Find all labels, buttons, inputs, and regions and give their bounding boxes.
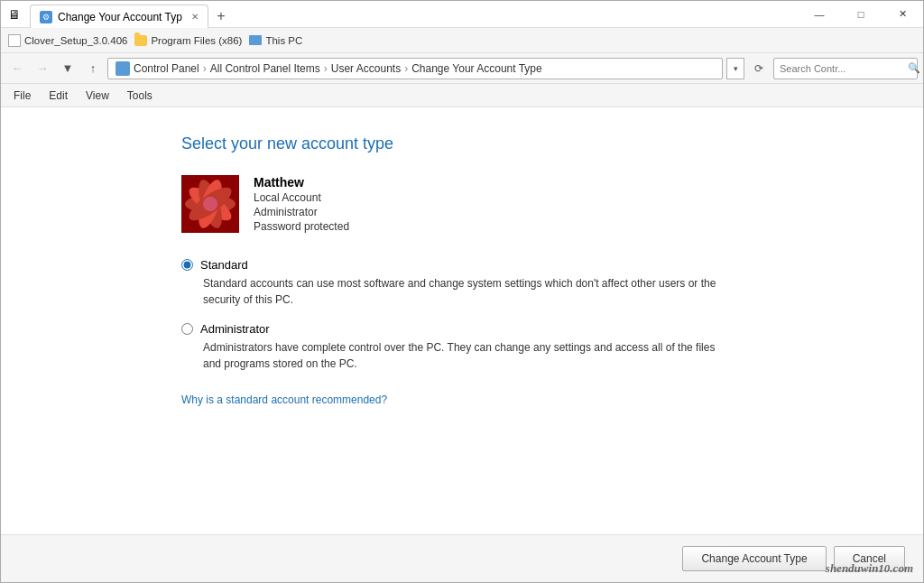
main-window: 🖥 ⚙ Change Your Account Typ ✕ + — □ ✕ Cl… bbox=[0, 0, 924, 583]
path-change-account-type[interactable]: Change Your Account Type bbox=[411, 62, 542, 75]
back-button[interactable]: ← bbox=[6, 58, 28, 79]
forward-button[interactable]: → bbox=[32, 58, 53, 79]
avatar-svg bbox=[181, 175, 239, 233]
address-bar: ← → ▼ ↑ Control Panel › All Control Pane… bbox=[1, 53, 923, 84]
user-details: Matthew Local Account Administrator Pass… bbox=[254, 175, 349, 233]
file-icon bbox=[8, 34, 21, 47]
tab-icon: ⚙ bbox=[40, 11, 52, 23]
fav-item-clover[interactable]: Clover_Setup_3.0.406 bbox=[8, 34, 127, 47]
standard-radio[interactable] bbox=[181, 259, 193, 271]
path-icon bbox=[116, 61, 130, 76]
svg-point-6 bbox=[203, 197, 217, 211]
user-avatar bbox=[181, 175, 239, 233]
content-wrapper: Select your new account type bbox=[1, 107, 923, 582]
tab-close-button[interactable]: ✕ bbox=[191, 12, 199, 22]
close-button[interactable]: ✕ bbox=[882, 1, 923, 28]
administrator-label-text: Administrator bbox=[200, 322, 270, 336]
minimize-button[interactable]: — bbox=[799, 1, 840, 28]
fav-label-clover: Clover_Setup_3.0.406 bbox=[24, 35, 127, 46]
content-area: Select your new account type bbox=[1, 107, 923, 534]
new-tab-button[interactable]: + bbox=[208, 5, 234, 27]
action-bar: Change Account Type Cancel bbox=[1, 534, 923, 582]
fav-item-thispc[interactable]: This PC bbox=[249, 35, 302, 46]
standard-option: Standard Standard accounts can use most … bbox=[181, 258, 887, 308]
recent-button[interactable]: ▼ bbox=[57, 58, 79, 79]
address-path[interactable]: Control Panel › All Control Panel Items … bbox=[107, 58, 723, 79]
administrator-description: Administrators have complete control ove… bbox=[203, 339, 717, 372]
tabs-area: ⚙ Change Your Account Typ ✕ + bbox=[28, 1, 799, 27]
up-button[interactable]: ↑ bbox=[82, 58, 104, 79]
window-icon: 🖥 bbox=[1, 1, 28, 27]
administrator-option: Administrator Administrators have comple… bbox=[181, 322, 887, 372]
maximize-button[interactable]: □ bbox=[840, 1, 882, 28]
user-password-status: Password protected bbox=[254, 220, 349, 233]
tab-label: Change Your Account Typ bbox=[58, 11, 182, 23]
titlebar: 🖥 ⚙ Change Your Account Typ ✕ + — □ ✕ bbox=[1, 1, 923, 28]
standard-description: Standard accounts can use most software … bbox=[203, 275, 717, 308]
computer-icon bbox=[249, 35, 262, 45]
user-account-type: Local Account bbox=[254, 191, 349, 204]
path-all-items[interactable]: All Control Panel Items bbox=[210, 62, 320, 75]
menu-bar: File Edit View Tools bbox=[1, 84, 923, 107]
page-title: Select your new account type bbox=[181, 134, 887, 153]
page-content: Select your new account type bbox=[1, 107, 923, 534]
active-tab[interactable]: ⚙ Change Your Account Typ ✕ bbox=[30, 5, 208, 28]
menu-file[interactable]: File bbox=[5, 86, 40, 106]
path-user-accounts[interactable]: User Accounts bbox=[331, 62, 401, 75]
options-section: Standard Standard accounts can use most … bbox=[181, 258, 887, 372]
administrator-radio[interactable] bbox=[181, 323, 193, 335]
refresh-button[interactable]: ⟳ bbox=[748, 58, 770, 79]
standard-label-text: Standard bbox=[200, 258, 248, 272]
search-icon: 🔍 bbox=[908, 62, 920, 74]
avatar-image bbox=[181, 175, 239, 233]
user-role: Administrator bbox=[254, 206, 349, 218]
search-box[interactable]: 🔍 bbox=[773, 58, 918, 79]
watermark: shenduwin10.com bbox=[826, 561, 913, 576]
window-controls: — □ ✕ bbox=[799, 1, 923, 27]
fav-label-thispc: This PC bbox=[265, 35, 302, 46]
menu-view[interactable]: View bbox=[77, 86, 118, 106]
user-name: Matthew bbox=[254, 175, 349, 190]
standard-label[interactable]: Standard bbox=[181, 258, 887, 272]
fav-label-programfiles: Program Files (x86) bbox=[151, 35, 242, 46]
administrator-label[interactable]: Administrator bbox=[181, 322, 887, 336]
search-input[interactable] bbox=[780, 63, 904, 74]
menu-tools[interactable]: Tools bbox=[118, 86, 162, 106]
favorites-bar: Clover_Setup_3.0.406 Program Files (x86)… bbox=[1, 28, 923, 53]
fav-item-programfiles[interactable]: Program Files (x86) bbox=[134, 35, 242, 46]
folder-icon bbox=[134, 35, 147, 46]
user-info: Matthew Local Account Administrator Pass… bbox=[181, 175, 887, 233]
help-link[interactable]: Why is a standard account recommended? bbox=[181, 393, 387, 406]
path-control-panel[interactable]: Control Panel bbox=[134, 62, 199, 75]
menu-edit[interactable]: Edit bbox=[40, 86, 77, 106]
address-dropdown-button[interactable]: ▾ bbox=[726, 58, 744, 79]
change-account-type-button[interactable]: Change Account Type bbox=[682, 546, 826, 571]
